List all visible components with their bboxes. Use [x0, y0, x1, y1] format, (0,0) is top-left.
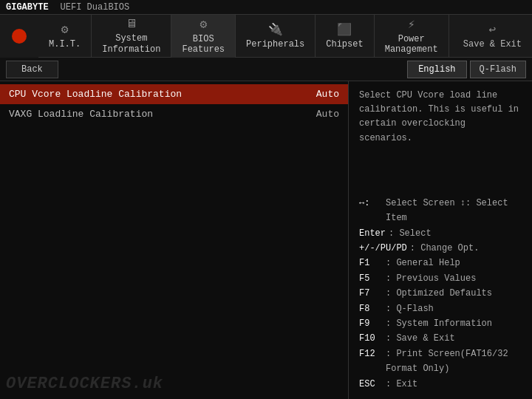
bios-features-icon: ⚙ [200, 17, 207, 32]
save-icon: ↩ [489, 22, 497, 37]
logo-circle [12, 29, 27, 44]
help-key: +/-/PU/PD [359, 241, 407, 256]
qflash-button[interactable]: Q-Flash [470, 61, 526, 78]
help-text: ↔:Select Screen ↕: Select ItemEnter: Sel… [359, 196, 522, 392]
help-line: F7: Optimized Defaults [359, 286, 522, 301]
help-line: F10: Save & Exit [359, 331, 522, 346]
top-bar: GIGABYTE UEFI DualBIOS [0, 0, 532, 15]
nav-power-mgmt[interactable]: ⚡ PowerManagement [375, 15, 449, 58]
chipset-icon: ⬛ [337, 22, 352, 37]
help-line: F9: System Information [359, 316, 522, 331]
help-key: F8 [359, 301, 383, 316]
system-info-icon: 🖥 [126, 17, 137, 31]
help-desc: : System Information [386, 316, 492, 331]
logo [0, 15, 38, 58]
right-panel: Select CPU Vcore load line calibration. … [349, 81, 532, 399]
help-desc: : Exit [386, 377, 417, 392]
sub-nav-bar: Back English Q-Flash [0, 58, 532, 81]
nav-bar: ⚙ M.I.T. 🖥 SystemInformation ⚙ BIOSFeatu… [0, 15, 532, 58]
help-desc: Select Screen ↕: Select Item [386, 196, 522, 226]
help-line: F5: Previous Values [359, 271, 522, 286]
help-line: +/-/PU/PD: Change Opt. [359, 241, 522, 256]
help-key: ↔: [359, 196, 383, 226]
help-desc: : Select [389, 226, 432, 241]
help-line: F1: General Help [359, 256, 522, 270]
nav-bios-features[interactable]: ⚙ BIOSFeatures [171, 15, 236, 58]
cpu-vcore-value: Auto [316, 89, 339, 100]
description-text: Select CPU Vcore load line calibration. … [359, 89, 522, 146]
nav-chipset[interactable]: ⬛ Chipset [316, 15, 374, 58]
language-button[interactable]: English [407, 61, 466, 78]
help-key: Enter [359, 226, 386, 241]
help-line: F12: Print Screen(FAT16/32 Format Only) [359, 347, 522, 377]
peripherals-icon: 🔌 [268, 22, 283, 37]
vaxg-value: Auto [316, 109, 339, 120]
help-key: ESC [359, 377, 383, 392]
mit-icon: ⚙ [61, 22, 69, 37]
cpu-vcore-label: CPU Vcore Loadline Calibration [9, 89, 182, 100]
help-desc: : Change Opt. [410, 241, 480, 256]
help-key: F5 [359, 271, 383, 286]
system-info-label: SystemInformation [102, 33, 160, 55]
nav-mit[interactable]: ⚙ M.I.T. [38, 15, 92, 58]
nav-peripherals[interactable]: 🔌 Peripherals [236, 15, 316, 58]
help-key: F10 [359, 331, 383, 346]
brand-name: GIGABYTE [6, 2, 49, 13]
chipset-label: Chipset [326, 39, 363, 50]
power-icon: ⚡ [408, 17, 415, 32]
help-key: F9 [359, 316, 383, 331]
main-content: CPU Vcore Loadline Calibration Auto VAXG… [0, 81, 532, 399]
menu-item-cpu-vcore[interactable]: CPU Vcore Loadline Calibration Auto [0, 84, 348, 104]
help-line: F8: Q-Flash [359, 301, 522, 316]
nav-save-exit[interactable]: ↩ Save & Exit [453, 15, 532, 58]
bios-name: UEFI DualBIOS [61, 2, 130, 13]
help-line: ESC: Exit [359, 377, 522, 392]
help-line: Enter: Select [359, 226, 522, 241]
help-key: F12 [359, 347, 383, 377]
power-label: PowerManagement [385, 34, 438, 55]
help-desc: : Print Screen(FAT16/32 Format Only) [386, 347, 522, 377]
bios-features-label: BIOSFeatures [182, 34, 225, 55]
menu-item-vaxg[interactable]: VAXG Loadline Calibration Auto [0, 104, 348, 124]
save-label: Save & Exit [463, 39, 522, 50]
help-desc: : Previous Values [386, 271, 476, 286]
help-line: ↔:Select Screen ↕: Select Item [359, 196, 522, 226]
peripherals-label: Peripherals [246, 39, 304, 50]
vaxg-label: VAXG Loadline Calibration [9, 109, 153, 120]
help-desc: : Optimized Defaults [386, 286, 492, 301]
help-desc: : Save & Exit [386, 331, 455, 346]
help-key: F1 [359, 256, 383, 270]
help-desc: : Q-Flash [386, 301, 434, 316]
mit-label: M.I.T. [49, 39, 81, 50]
help-key: F7 [359, 286, 383, 301]
nav-system-info[interactable]: 🖥 SystemInformation [92, 15, 171, 58]
help-desc: : General Help [386, 256, 460, 270]
back-button[interactable]: Back [6, 61, 58, 78]
left-panel: CPU Vcore Loadline Calibration Auto VAXG… [0, 81, 349, 399]
